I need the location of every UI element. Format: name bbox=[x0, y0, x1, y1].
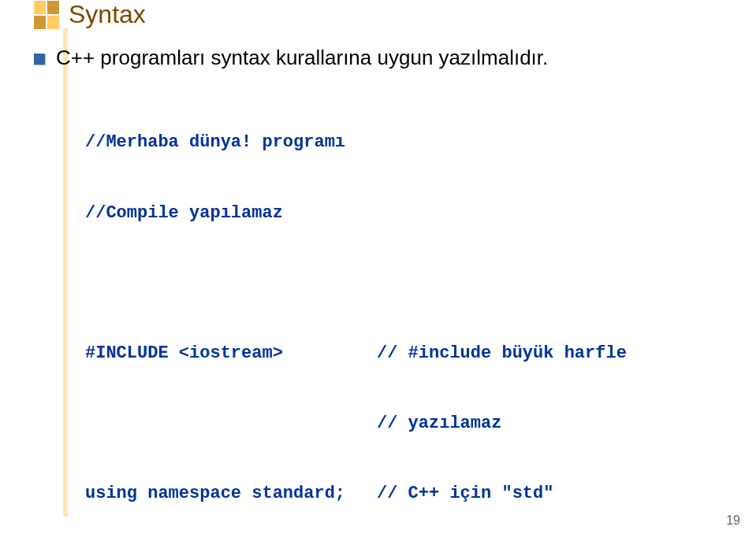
code-row: // yazılamaz bbox=[85, 412, 756, 436]
slide-content: C++ programları syntax kurallarına uygun… bbox=[0, 44, 756, 534]
code-row: #INCLUDE <iostream>// #include büyük har… bbox=[85, 342, 756, 365]
slide-title-bar: Syntax bbox=[34, 0, 146, 29]
code-line: //Compile yapılamaz bbox=[85, 202, 756, 225]
bullet-text: C++ programları syntax kurallarına uygun… bbox=[56, 44, 548, 72]
page-number: 19 bbox=[726, 514, 740, 528]
code-row: using namespace standard;// C++ için "st… bbox=[85, 482, 756, 506]
code-block: //Merhaba dünya! programı //Compile yapı… bbox=[85, 84, 756, 534]
bullet-item: C++ programları syntax kurallarına uygun… bbox=[34, 44, 756, 72]
bullet-square-icon bbox=[34, 54, 45, 65]
title-decor-squares bbox=[34, 1, 59, 29]
slide-title: Syntax bbox=[69, 0, 146, 29]
code-blank-line bbox=[85, 272, 756, 295]
code-line: //Merhaba dünya! programı bbox=[85, 131, 756, 154]
